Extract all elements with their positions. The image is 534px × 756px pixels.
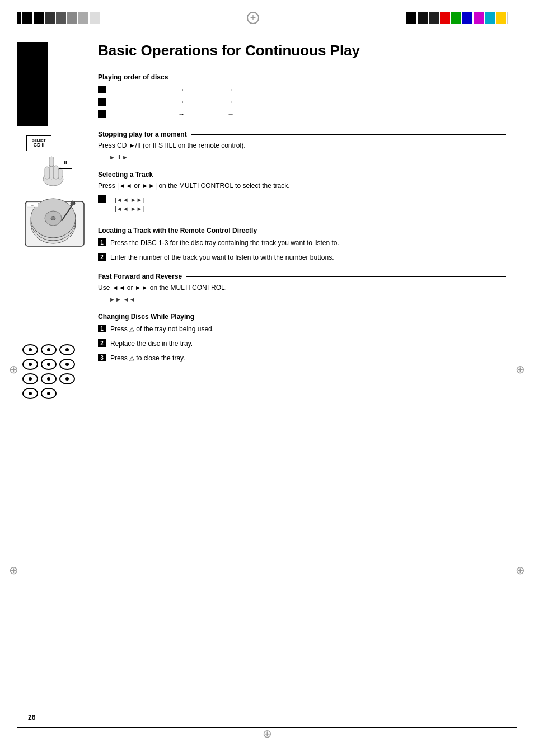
locating-track-header: Locating a Track with the Remote Control… [98,227,506,234]
changing-discs-header: Changing Discs While Playing [98,313,506,321]
color-block-1 [22,12,32,24]
cd-label: CD [33,142,40,148]
changing-step-num-1: 1 [98,325,106,332]
track-diagram-1: |◄◄ ►►| [115,196,144,203]
color-block-r10 [507,12,517,24]
top-bar [0,10,534,26]
bottom-crosshair: ⊕ [263,727,272,740]
selecting-track-header: Selecting a Track [98,171,506,179]
stopping-play-title: Stopping play for a moment [98,130,187,138]
disc-square-3 [98,110,106,118]
stopping-play-diagram: ► II ► [109,154,506,161]
locating-step-1: 1 Press the DISC 1-3 for the disc tray c… [98,238,506,248]
disc-square-2 [98,98,106,106]
disc-order-row-2: → → [98,98,506,106]
stopping-play-header: Stopping play for a moment [98,130,506,138]
svg-text:DISC: DISC [30,204,35,207]
disc-row-2 [22,359,75,370]
changing-step-num-3: 3 [98,354,106,361]
corner-mark-tl [17,34,25,42]
pause-indicator: II [41,142,44,148]
color-block-6 [78,12,88,24]
changing-step-2: 2 Replace the disc in the tray. [98,339,506,349]
footer-line-1 [17,725,517,725]
selecting-track-desc: Press |◄◄ or ►►| on the MULTI CONTROL to… [98,182,506,190]
left-crosshair-top: ⊕ [9,363,18,376]
track-diagram-2: |◄◄ ►►| [115,205,144,212]
locating-step-2: 2 Enter the number of the track you want… [98,252,506,262]
disc-order-row-1: → → [98,86,506,93]
svg-rect-2 [45,167,49,179]
changing-discs-title: Changing Discs While Playing [98,313,194,321]
changing-step-text-2: Replace the disc in the tray. [110,339,193,349]
color-block-r6 [462,12,472,24]
disc-11 [41,388,57,399]
corner-mark-tr [509,34,517,42]
svg-rect-5 [49,157,54,167]
hand-illustration [25,148,81,193]
selecting-track-line [157,175,506,175]
color-block-2 [34,12,44,24]
disc-7 [22,373,38,384]
color-block-3 [45,12,55,24]
playing-order-title: Playing order of discs [98,73,506,81]
top-bar-right-blocks [406,12,517,24]
locating-track-line [261,231,306,231]
fast-forward-diagram: ►► ◄◄ [109,296,506,303]
black-sidebar [17,42,48,126]
top-bar-left-blocks [17,12,100,24]
svg-rect-3 [54,166,58,179]
svg-rect-4 [58,168,62,179]
step-num-2: 2 [98,253,106,261]
svg-point-11 [51,217,55,220]
track-square [98,195,106,203]
color-block-r3 [429,12,439,24]
changing-step-3: 3 Press △ to close the tray. [98,353,506,363]
disc-9 [59,373,75,384]
disc-5 [41,359,57,370]
black-block [17,12,21,24]
turntable-svg: DISC [22,196,87,252]
right-crosshair-bottom: ⊕ [516,564,525,577]
cd-device-inner: SELECT CD II [32,139,46,148]
header-line-2 [17,34,517,34]
changing-step-1: 1 Press △ of the tray not being used. [98,324,506,334]
changing-discs-line [199,317,506,317]
color-block-r4 [440,12,450,24]
disc-row-4 [22,388,75,399]
turntable-illustration: DISC [22,196,87,252]
svg-point-13 [71,201,75,205]
color-block-r7 [474,12,484,24]
pause-button-icon: II [59,156,72,169]
color-block-r2 [418,12,428,24]
right-crosshair-top: ⊕ [516,363,525,376]
step-text-1: Press the DISC 1-3 for the disc tray con… [110,238,339,248]
disc-8 [41,373,57,384]
step-text-2: Enter the number of the track you want t… [110,252,334,262]
color-block-r8 [485,12,495,24]
selecting-track-title: Selecting a Track [98,171,153,179]
page-title: Basic Operations for Continuous Play [98,42,506,59]
corner-mark-bl [17,720,25,728]
changing-step-num-2: 2 [98,339,106,347]
playing-order-section: Playing order of discs → → → → [98,73,506,118]
disc-square-1 [98,86,106,93]
disc-6 [59,359,75,370]
fast-forward-header: Fast Forward and Reverse [98,273,506,280]
disc-2 [41,344,57,355]
main-content: Basic Operations for Continuous Play Pla… [98,42,506,368]
corner-mark-br [509,720,517,728]
stopping-play-line [191,134,506,135]
disc-10 [22,388,38,399]
disc-1 [22,344,38,355]
top-bar-center [100,12,406,24]
page-number: 26 [28,713,35,721]
disc-trays-illustration [22,344,75,402]
changing-step-text-3: Press △ to close the tray. [110,353,185,363]
color-block-r9 [496,12,506,24]
changing-step-text-1: Press △ of the tray not being used. [110,324,214,334]
color-block-r1 [406,12,416,24]
left-crosshair-bottom: ⊕ [9,564,18,577]
fast-forward-title: Fast Forward and Reverse [98,273,182,280]
disc-order-row-3: → → [98,110,506,118]
